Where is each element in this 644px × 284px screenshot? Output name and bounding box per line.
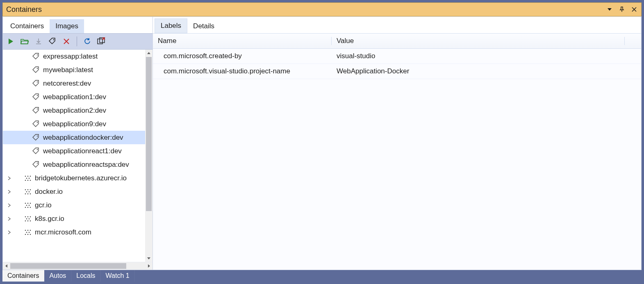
- bottom-tab-autos[interactable]: Autos: [44, 270, 71, 282]
- image-item[interactable]: expressapp:latest: [3, 50, 145, 63]
- item-label: webapplicationdocker:dev: [43, 134, 123, 142]
- tab-label: Locals: [76, 272, 95, 279]
- scroll-down-icon[interactable]: [145, 254, 152, 262]
- left-tab-images[interactable]: Images: [50, 19, 84, 33]
- svg-point-17: [25, 179, 26, 181]
- chevron-right-icon[interactable]: [5, 229, 13, 236]
- svg-point-48: [29, 232, 30, 233]
- item-label: docker.io: [35, 188, 63, 196]
- svg-point-0: [53, 39, 55, 41]
- delete-icon[interactable]: [61, 36, 72, 47]
- expander-placeholder: [5, 80, 13, 87]
- svg-point-8: [37, 122, 38, 123]
- column-header-value[interactable]: Value: [332, 37, 625, 45]
- svg-point-22: [30, 189, 31, 190]
- refresh-icon[interactable]: [82, 36, 93, 47]
- item-label: netcorerest:dev: [43, 80, 91, 88]
- registry-item[interactable]: k8s.gcr.io: [3, 212, 145, 225]
- chevron-right-icon[interactable]: [5, 202, 13, 209]
- svg-point-27: [30, 193, 31, 194]
- image-item[interactable]: netcorerest:dev: [3, 77, 145, 90]
- image-item[interactable]: webapplicationreact1:dev: [3, 144, 145, 158]
- column-header-name[interactable]: Name: [153, 37, 332, 45]
- registry-icon: [23, 174, 32, 183]
- toolbar-separator: [77, 36, 77, 46]
- right-panel: LabelsDetails Name Value com.microsoft.c…: [153, 17, 641, 270]
- image-item[interactable]: webapplication1:dev: [3, 90, 145, 104]
- image-item[interactable]: webapplication9:dev: [3, 117, 145, 131]
- bottom-tab-locals[interactable]: Locals: [71, 270, 100, 282]
- scroll-thumb[interactable]: [146, 57, 152, 211]
- svg-point-46: [30, 229, 31, 231]
- registry-item[interactable]: bridgetokubernetes.azurecr.io: [3, 171, 145, 185]
- tag-icon: [32, 120, 41, 129]
- chevron-right-icon[interactable]: [5, 175, 13, 182]
- table-row[interactable]: com.microsoft.visual-studio.project-name…: [153, 64, 641, 79]
- svg-point-5: [37, 81, 38, 82]
- chevron-right-icon[interactable]: [5, 188, 13, 195]
- run-icon[interactable]: [5, 36, 16, 47]
- cell-name: com.microsoft.created-by: [153, 52, 332, 60]
- svg-point-51: [30, 234, 31, 235]
- scroll-track[interactable]: [145, 57, 152, 254]
- svg-point-49: [25, 234, 26, 235]
- tag-icon: [32, 66, 41, 75]
- svg-point-18: [27, 179, 29, 181]
- svg-point-31: [26, 204, 27, 206]
- dropdown-icon[interactable]: [606, 6, 613, 13]
- scroll-up-icon[interactable]: [145, 50, 152, 57]
- registry-item[interactable]: gcr.io: [3, 198, 145, 212]
- registry-item[interactable]: mcr.microsoft.com: [3, 225, 145, 239]
- item-label: webapplication9:dev: [43, 120, 106, 128]
- hscroll-track[interactable]: [10, 262, 145, 270]
- open-folder-icon[interactable]: [19, 36, 30, 47]
- svg-point-13: [27, 175, 29, 177]
- svg-point-9: [37, 135, 38, 136]
- main-area: ContainersImages: [2, 16, 642, 270]
- svg-point-37: [27, 216, 29, 217]
- vertical-scrollbar[interactable]: [145, 50, 152, 262]
- download-icon[interactable]: [33, 36, 44, 47]
- prune-icon[interactable]: [96, 36, 107, 47]
- images-tree[interactable]: expressapp:latestmywebapi:latestnetcorer…: [3, 50, 145, 262]
- title-bar: Containers: [2, 2, 642, 16]
- scroll-left-icon[interactable]: [3, 264, 10, 268]
- left-tab-containers[interactable]: Containers: [5, 19, 50, 33]
- pin-icon[interactable]: [618, 6, 626, 13]
- image-item[interactable]: webapplicationdocker:dev: [3, 131, 145, 144]
- tab-label: Autos: [49, 272, 66, 279]
- image-item[interactable]: webapplication2:dev: [3, 104, 145, 117]
- right-tab-details[interactable]: Details: [187, 19, 220, 33]
- tag-icon[interactable]: [47, 36, 58, 47]
- tag-icon: [32, 52, 41, 61]
- item-label: webapplication1:dev: [43, 93, 106, 101]
- horizontal-scrollbar[interactable]: [3, 262, 152, 270]
- svg-point-45: [27, 229, 29, 231]
- tag-icon: [32, 93, 41, 102]
- svg-point-11: [37, 162, 38, 163]
- tag-icon: [32, 133, 41, 142]
- hscroll-thumb[interactable]: [10, 263, 126, 269]
- window-buttons: [606, 6, 638, 13]
- images-tree-wrapper: expressapp:latestmywebapi:latestnetcorer…: [3, 50, 152, 262]
- scroll-right-icon[interactable]: [145, 264, 152, 268]
- registry-icon: [23, 214, 32, 223]
- bottom-tab-watch-1[interactable]: Watch 1: [101, 270, 135, 282]
- registry-icon: [23, 228, 32, 237]
- image-item[interactable]: webapplicationreactspa:dev: [3, 158, 145, 171]
- item-label: webapplicationreact1:dev: [43, 147, 122, 155]
- expander-placeholder: [5, 120, 13, 128]
- close-icon[interactable]: [630, 6, 638, 13]
- registry-icon: [23, 187, 32, 196]
- svg-point-39: [26, 218, 27, 219]
- images-toolbar: [3, 33, 152, 50]
- registry-item[interactable]: docker.io: [3, 185, 145, 198]
- image-item[interactable]: mywebapi:latest: [3, 63, 145, 77]
- chevron-right-icon[interactable]: [5, 215, 13, 223]
- item-label: mcr.microsoft.com: [35, 228, 91, 236]
- table-row[interactable]: com.microsoft.created-byvisual-studio: [153, 49, 641, 64]
- bottom-tab-containers[interactable]: Containers: [2, 270, 44, 282]
- right-tab-labels[interactable]: Labels: [155, 18, 187, 33]
- expander-placeholder: [5, 161, 13, 168]
- expander-placeholder: [5, 134, 13, 141]
